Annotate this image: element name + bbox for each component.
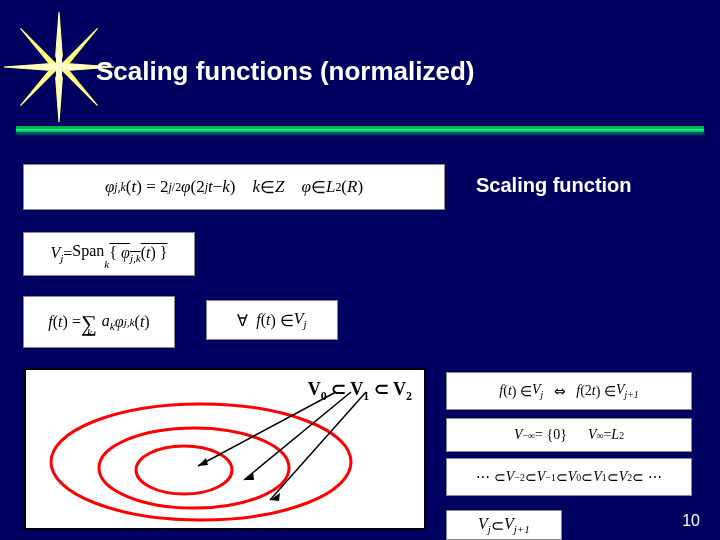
svg-point-9 <box>51 404 351 520</box>
equation-f-2t: f(t) ∈ Vj ⇔ f(2t) ∈ Vj+1 <box>446 372 692 410</box>
page-number: 10 <box>682 512 700 530</box>
equation-v-subset: Vj ⊂ Vj+1 <box>446 510 562 540</box>
equation-phi-definition: φj,k(t) = 2j/2 φ(2jt − k) k ∈ Z φ ∈ L2(R… <box>23 164 445 210</box>
label-scaling-function: Scaling function <box>476 174 632 197</box>
svg-point-11 <box>136 446 232 494</box>
title-row: Scaling functions (normalized) <box>0 26 720 116</box>
slide: Scaling functions (normalized) φj,k(t) =… <box>0 0 720 540</box>
svg-marker-7 <box>59 67 98 106</box>
equation-v-infinity: V−∞ = {0} V∞ = L2 <box>446 418 692 452</box>
title-underline <box>16 126 704 132</box>
nested-sets-diagram: V0 ⊂ V1 ⊂ V2 <box>24 368 426 530</box>
svg-point-10 <box>99 428 289 508</box>
equation-v-chain: ⋯ ⊂ V−2 ⊂ V−1 ⊂ V0 ⊂ V1 ⊂ V2 ⊂ ⋯ <box>446 458 692 496</box>
equation-f-sum: f(t) = ∑k ak φj,k(t) <box>23 296 175 348</box>
svg-marker-5 <box>59 29 98 68</box>
svg-marker-6 <box>21 67 60 106</box>
svg-marker-13 <box>198 458 208 466</box>
equation-span: Vj = Spank{ φj,k(t) } <box>23 232 195 276</box>
equation-forall: ∀ f(t) ∈ Vj <box>206 300 338 340</box>
svg-marker-15 <box>244 472 254 480</box>
slide-title: Scaling functions (normalized) <box>96 56 474 87</box>
nested-ovals-icon <box>26 370 424 528</box>
svg-marker-4 <box>21 29 60 68</box>
